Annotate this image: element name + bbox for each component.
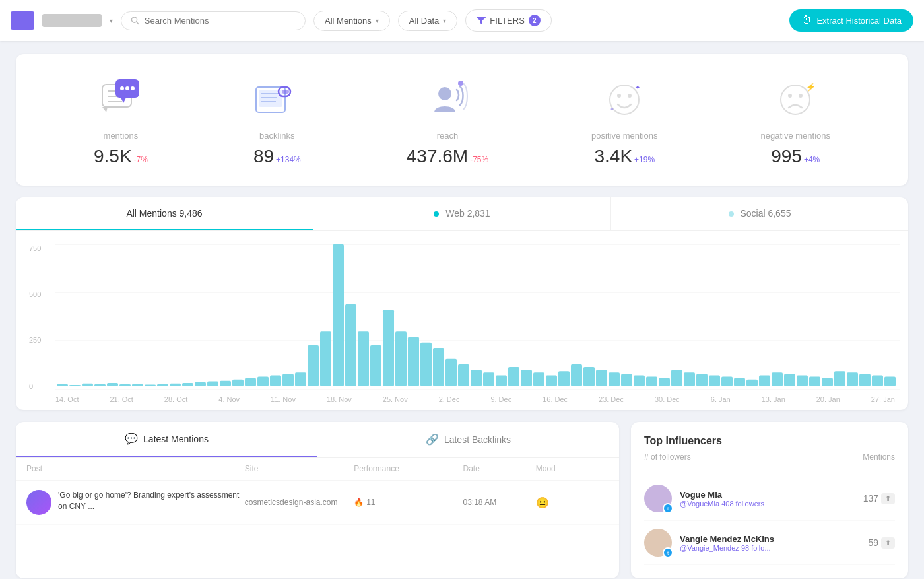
influencer-avatar-1: t [644,529,672,557]
influencer-name-1: Vangie Mendez McKins [680,534,860,544]
stat-mentions: mentions 9.5K-7% [94,73,148,167]
latest-backlinks-tab[interactable]: 🔗 Latest Backlinks [317,422,619,457]
svg-rect-94 [834,371,845,386]
svg-rect-54 [333,244,344,386]
svg-rect-62 [433,348,444,386]
chart-y-labels: 750 500 250 0 [29,244,41,390]
stat-positive: ✦ ✦ positive mentions 3.4K+19% [591,73,657,167]
filters-button[interactable]: FILTERS 2 [465,9,552,32]
post-text: 'Go big or go home'? Branding expert's a… [58,490,245,512]
twitter-badge-1: t [663,547,673,558]
svg-rect-71 [546,375,557,386]
svg-rect-64 [458,364,469,386]
svg-rect-37 [119,384,131,386]
svg-line-1 [137,22,139,24]
tab-all-label: All Mentions 9,486 [126,208,202,219]
svg-rect-78 [634,375,645,386]
svg-rect-95 [847,372,858,386]
post-date: 03:18 AM [463,498,536,507]
svg-rect-46 [232,380,244,386]
chart-tabs: All Mentions 9,486 Web 2,831 Social 6,65… [16,197,908,231]
extract-historical-button[interactable]: ⏱ Extract Historical Data [789,9,913,32]
reach-value: 437.6M-75% [407,146,488,167]
svg-rect-89 [772,372,783,386]
svg-rect-86 [734,378,745,386]
positive-value: 3.4K+19% [595,146,655,167]
all-mentions-dropdown[interactable]: All Mentions ▾ [314,11,390,31]
svg-rect-65 [471,370,482,386]
svg-rect-40 [157,384,168,386]
extract-label: Extract Historical Data [816,16,902,26]
svg-rect-33 [69,385,81,386]
followers-col-label: # of followers [644,452,691,461]
positive-label: positive mentions [591,131,657,141]
clock-icon: ⏱ [801,15,812,26]
svg-rect-49 [270,375,281,386]
svg-point-20 [617,94,621,98]
svg-rect-61 [420,343,432,386]
influencer-name-0: Vogue Mia [680,490,855,500]
nav-dropdown-arrow[interactable]: ▾ [110,17,113,24]
dropdown2-arrow: ▾ [443,17,446,24]
svg-rect-98 [884,377,896,386]
svg-point-9 [125,86,129,90]
svg-rect-73 [571,364,582,386]
latest-mentions-tab[interactable]: 💬 Latest Mentions [16,422,317,457]
svg-rect-55 [345,304,356,386]
latest-backlinks-label: Latest Backlinks [444,434,511,445]
svg-rect-67 [496,375,507,386]
search-box [121,11,306,30]
svg-rect-41 [170,384,181,386]
svg-rect-76 [609,372,620,386]
chart-svg-container [55,244,895,392]
mention-badge-0: ⬆ [881,493,895,504]
influencer-row-0: t Vogue Mia @VogueMia 408 followers 137 … [644,477,895,521]
tab-web-label: Web 2,831 [446,208,490,219]
backlinks-tab-icon: 🔗 [426,433,439,446]
table-row: 'Go big or go home'? Branding expert's a… [16,481,619,525]
tab-social[interactable]: Social 6,655 [611,197,908,230]
search-input[interactable] [145,16,296,26]
svg-rect-79 [646,377,657,386]
svg-point-26 [799,94,803,98]
mentions-card: 💬 Latest Mentions 🔗 Latest Backlinks Pos… [16,422,619,578]
svg-text:✦: ✦ [635,84,640,91]
svg-rect-47 [245,378,256,386]
tab-web[interactable]: Web 2,831 [314,197,611,230]
svg-rect-72 [558,371,570,386]
col-mood: Mood [536,464,609,473]
svg-text:⚡: ⚡ [806,82,816,92]
dot-web [434,211,439,217]
chart-card: All Mentions 9,486 Web 2,831 Social 6,65… [16,197,908,410]
mood-icon: 😐 [536,496,609,509]
twitter-badge: t [663,503,673,514]
svg-rect-93 [822,378,833,386]
post-info: 'Go big or go home'? Branding expert's a… [26,490,245,515]
reach-icon [421,73,474,125]
col-site: Site [245,464,354,473]
svg-rect-51 [295,372,306,386]
mentions-tab-icon: 💬 [125,432,138,445]
tab-social-label: Social 6,655 [740,208,791,219]
post-site: cosmeticsdesign-asia.com [245,498,354,507]
search-icon [131,16,139,25]
influencer-count-1: 59 ⬆ [868,537,895,549]
svg-rect-48 [257,377,269,386]
all-data-dropdown[interactable]: All Data ▾ [398,11,458,31]
svg-rect-57 [370,345,381,386]
stat-backlinks: backlinks 89+134% [251,73,304,167]
influencer-info-0: Vogue Mia @VogueMia 408 followers [680,490,855,508]
svg-rect-42 [182,383,193,386]
post-thumbnail [26,490,51,515]
svg-rect-82 [684,372,695,386]
svg-rect-32 [57,384,68,386]
backlinks-value: 89+134% [253,146,301,167]
post-performance: 🔥 11 [354,498,463,507]
all-data-label: All Data [409,16,440,26]
filter-icon [477,17,486,24]
mentions-col-label: Mentions [863,452,895,461]
mentions-label: mentions [104,131,139,141]
svg-rect-92 [809,377,820,386]
svg-rect-53 [320,331,331,386]
tab-all-mentions[interactable]: All Mentions 9,486 [16,197,314,230]
